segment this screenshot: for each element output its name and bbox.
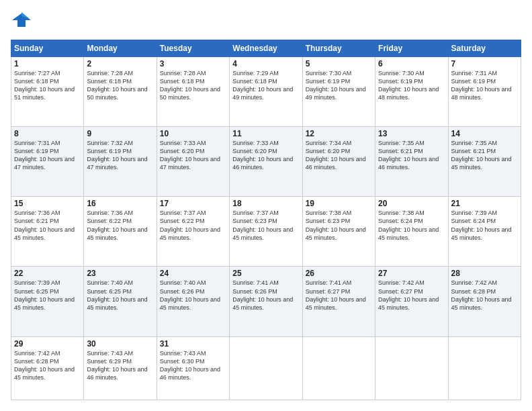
calendar-cell: 11Sunrise: 7:33 AM Sunset: 6:20 PM Dayli… [230, 127, 302, 197]
header [11, 11, 521, 33]
calendar-cell: 3Sunrise: 7:28 AM Sunset: 6:18 PM Daylig… [157, 56, 229, 126]
day-number: 18 [232, 199, 299, 208]
page: SundayMondayTuesdayWednesdayThursdayFrid… [0, 0, 532, 411]
calendar-cell: 19Sunrise: 7:38 AM Sunset: 6:23 PM Dayli… [302, 197, 375, 267]
day-number: 19 [306, 199, 372, 208]
day-number: 15 [14, 199, 81, 208]
calendar-cell: 29Sunrise: 7:42 AM Sunset: 6:28 PM Dayli… [11, 336, 84, 400]
calendar-cell: 21Sunrise: 7:39 AM Sunset: 6:24 PM Dayli… [448, 197, 521, 267]
day-number: 30 [87, 339, 153, 349]
day-info: Sunrise: 7:28 AM Sunset: 6:18 PM Dayligh… [87, 69, 153, 102]
calendar-cell: 13Sunrise: 7:35 AM Sunset: 6:21 PM Dayli… [375, 127, 448, 197]
weekday-header-saturday: Saturday [448, 40, 521, 56]
calendar-cell: 2Sunrise: 7:28 AM Sunset: 6:18 PM Daylig… [84, 56, 157, 126]
calendar-cell: 25Sunrise: 7:41 AM Sunset: 6:26 PM Dayli… [230, 267, 302, 336]
day-info: Sunrise: 7:40 AM Sunset: 6:25 PM Dayligh… [87, 279, 153, 312]
day-number: 6 [378, 59, 445, 68]
calendar-cell: 18Sunrise: 7:37 AM Sunset: 6:23 PM Dayli… [230, 197, 302, 267]
day-number: 2 [87, 59, 153, 68]
calendar-cell: 23Sunrise: 7:40 AM Sunset: 6:25 PM Dayli… [84, 267, 157, 336]
calendar-week-5: 29Sunrise: 7:42 AM Sunset: 6:28 PM Dayli… [11, 336, 521, 400]
day-info: Sunrise: 7:37 AM Sunset: 6:23 PM Dayligh… [232, 209, 299, 242]
day-number: 12 [306, 129, 372, 138]
day-info: Sunrise: 7:38 AM Sunset: 6:24 PM Dayligh… [378, 209, 445, 242]
day-info: Sunrise: 7:43 AM Sunset: 6:29 PM Dayligh… [87, 349, 153, 382]
calendar-header: SundayMondayTuesdayWednesdayThursdayFrid… [11, 40, 521, 56]
calendar-cell: 10Sunrise: 7:33 AM Sunset: 6:20 PM Dayli… [157, 127, 229, 197]
day-number: 9 [87, 129, 153, 138]
calendar-cell: 24Sunrise: 7:40 AM Sunset: 6:26 PM Dayli… [157, 267, 229, 336]
day-info: Sunrise: 7:29 AM Sunset: 6:18 PM Dayligh… [232, 69, 299, 102]
weekday-header-thursday: Thursday [302, 40, 375, 56]
calendar-cell: 7Sunrise: 7:31 AM Sunset: 6:19 PM Daylig… [448, 56, 521, 126]
day-number: 21 [451, 199, 518, 208]
calendar-cell: 27Sunrise: 7:42 AM Sunset: 6:27 PM Dayli… [375, 267, 448, 336]
calendar-cell: 15Sunrise: 7:36 AM Sunset: 6:21 PM Dayli… [11, 197, 84, 267]
day-info: Sunrise: 7:31 AM Sunset: 6:19 PM Dayligh… [451, 69, 518, 102]
day-info: Sunrise: 7:36 AM Sunset: 6:21 PM Dayligh… [14, 209, 81, 242]
calendar-cell: 14Sunrise: 7:35 AM Sunset: 6:21 PM Dayli… [448, 127, 521, 197]
day-info: Sunrise: 7:33 AM Sunset: 6:20 PM Dayligh… [160, 139, 226, 172]
day-info: Sunrise: 7:43 AM Sunset: 6:30 PM Dayligh… [160, 349, 226, 382]
calendar-cell: 22Sunrise: 7:39 AM Sunset: 6:25 PM Dayli… [11, 267, 84, 336]
weekday-header-tuesday: Tuesday [157, 40, 229, 56]
calendar-cell [230, 336, 302, 400]
calendar-cell: 5Sunrise: 7:30 AM Sunset: 6:19 PM Daylig… [302, 56, 375, 126]
day-info: Sunrise: 7:30 AM Sunset: 6:19 PM Dayligh… [378, 69, 445, 102]
day-info: Sunrise: 7:32 AM Sunset: 6:19 PM Dayligh… [87, 139, 153, 172]
day-info: Sunrise: 7:34 AM Sunset: 6:20 PM Dayligh… [306, 139, 372, 172]
calendar-cell: 16Sunrise: 7:36 AM Sunset: 6:22 PM Dayli… [84, 197, 157, 267]
day-number: 16 [87, 199, 153, 208]
day-info: Sunrise: 7:35 AM Sunset: 6:21 PM Dayligh… [451, 139, 518, 172]
day-info: Sunrise: 7:39 AM Sunset: 6:25 PM Dayligh… [14, 279, 81, 312]
day-info: Sunrise: 7:40 AM Sunset: 6:26 PM Dayligh… [160, 279, 226, 312]
day-info: Sunrise: 7:38 AM Sunset: 6:23 PM Dayligh… [306, 209, 372, 242]
calendar-cell: 1Sunrise: 7:27 AM Sunset: 6:18 PM Daylig… [11, 56, 84, 126]
day-number: 4 [232, 59, 299, 68]
day-number: 11 [232, 129, 299, 138]
day-number: 31 [160, 339, 226, 349]
day-info: Sunrise: 7:33 AM Sunset: 6:20 PM Dayligh… [232, 139, 299, 172]
calendar-table: SundayMondayTuesdayWednesdayThursdayFrid… [11, 40, 521, 400]
day-number: 27 [378, 269, 445, 278]
day-info: Sunrise: 7:28 AM Sunset: 6:18 PM Dayligh… [160, 69, 226, 102]
logo [11, 11, 31, 33]
logo-bird-icon [12, 11, 31, 30]
calendar-cell: 8Sunrise: 7:31 AM Sunset: 6:19 PM Daylig… [11, 127, 84, 197]
calendar-week-4: 22Sunrise: 7:39 AM Sunset: 6:25 PM Dayli… [11, 267, 521, 336]
day-number: 1 [14, 59, 81, 68]
calendar-week-2: 8Sunrise: 7:31 AM Sunset: 6:19 PM Daylig… [11, 127, 521, 197]
calendar-cell: 6Sunrise: 7:30 AM Sunset: 6:19 PM Daylig… [375, 56, 448, 126]
calendar-cell: 26Sunrise: 7:41 AM Sunset: 6:27 PM Dayli… [302, 267, 375, 336]
day-number: 28 [451, 269, 518, 278]
day-info: Sunrise: 7:37 AM Sunset: 6:22 PM Dayligh… [160, 209, 226, 242]
day-number: 24 [160, 269, 226, 278]
calendar-cell: 30Sunrise: 7:43 AM Sunset: 6:29 PM Dayli… [84, 336, 157, 400]
day-number: 13 [378, 129, 445, 138]
day-info: Sunrise: 7:39 AM Sunset: 6:24 PM Dayligh… [451, 209, 518, 242]
day-number: 14 [451, 129, 518, 138]
weekday-header-sunday: Sunday [11, 40, 84, 56]
day-info: Sunrise: 7:31 AM Sunset: 6:19 PM Dayligh… [14, 139, 81, 172]
day-info: Sunrise: 7:36 AM Sunset: 6:22 PM Dayligh… [87, 209, 153, 242]
weekday-row: SundayMondayTuesdayWednesdayThursdayFrid… [11, 40, 521, 56]
weekday-header-monday: Monday [84, 40, 157, 56]
day-info: Sunrise: 7:42 AM Sunset: 6:28 PM Dayligh… [14, 349, 81, 382]
calendar-cell [302, 336, 375, 400]
day-number: 3 [160, 59, 226, 68]
day-number: 29 [14, 339, 81, 349]
calendar-cell [375, 336, 448, 400]
weekday-header-wednesday: Wednesday [230, 40, 302, 56]
day-info: Sunrise: 7:42 AM Sunset: 6:28 PM Dayligh… [451, 279, 518, 312]
calendar-body: 1Sunrise: 7:27 AM Sunset: 6:18 PM Daylig… [11, 56, 521, 400]
day-info: Sunrise: 7:35 AM Sunset: 6:21 PM Dayligh… [378, 139, 445, 172]
calendar-week-3: 15Sunrise: 7:36 AM Sunset: 6:21 PM Dayli… [11, 197, 521, 267]
calendar-week-1: 1Sunrise: 7:27 AM Sunset: 6:18 PM Daylig… [11, 56, 521, 126]
day-number: 8 [14, 129, 81, 138]
calendar-cell: 28Sunrise: 7:42 AM Sunset: 6:28 PM Dayli… [448, 267, 521, 336]
calendar-cell: 20Sunrise: 7:38 AM Sunset: 6:24 PM Dayli… [375, 197, 448, 267]
day-number: 23 [87, 269, 153, 278]
calendar-cell: 9Sunrise: 7:32 AM Sunset: 6:19 PM Daylig… [84, 127, 157, 197]
day-info: Sunrise: 7:27 AM Sunset: 6:18 PM Dayligh… [14, 69, 81, 102]
day-number: 20 [378, 199, 445, 208]
